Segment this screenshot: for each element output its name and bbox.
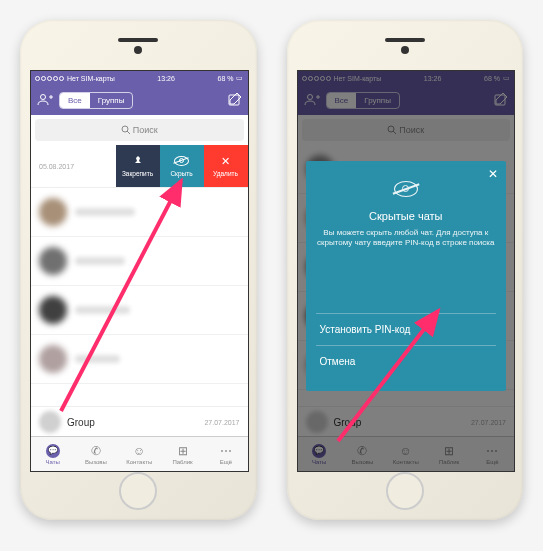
tab-more[interactable]: ⋯Ещё [204,437,247,471]
svg-point-0 [41,95,46,100]
tab-calls[interactable]: ✆Вызовы [74,437,117,471]
home-button[interactable] [119,472,157,510]
compose-icon[interactable] [228,92,242,109]
tab-contacts[interactable]: ☺Контакты [118,437,161,471]
hidden-chats-modal: ✕ Скрытые чаты Вы можете скрыть любой ча… [306,161,507,391]
cancel-button[interactable]: Отмена [316,345,497,377]
contacts-icon: ☺ [133,444,145,458]
add-contact-icon[interactable] [37,92,53,108]
swipe-actions: Закрепить Скрыть ✕ Удалить [116,145,248,187]
delete-icon: ✕ [221,155,230,168]
screen: Нет SIM-карты 13:26 68 % ▭ Все Группы [297,70,516,472]
swipe-pin-label: Закрепить [122,170,153,177]
chat-blurred[interactable] [31,188,248,237]
app-header: Все Группы [31,85,248,115]
chat-blurred[interactable] [31,237,248,286]
more-icon: ⋯ [220,444,232,458]
group-date: 27.07.2017 [204,419,239,426]
chat-blurred[interactable] [31,335,248,384]
header-tabs: Все Группы [59,92,133,109]
swipe-hide-button[interactable]: Скрыть [160,145,204,187]
search-bar[interactable]: Поиск [35,119,244,141]
modal-text: Вы можете скрыть любой чат. Для доступа … [316,228,497,249]
tab-groups[interactable]: Группы [90,93,133,108]
tab-all[interactable]: Все [60,93,90,108]
search-icon [121,125,130,136]
phone-left: Нет SIM-карты 13:26 68 % ▭ Все Группы [20,20,257,520]
group-avatar [39,411,61,433]
group-name: Group [67,417,95,428]
swipe-hide-label: Скрыть [170,170,192,177]
status-time: 13:26 [157,75,175,82]
modal-title: Скрытые чаты [316,210,497,222]
chats-icon: 💬 [46,444,60,458]
pin-icon [133,156,143,168]
swipe-pin-button[interactable]: Закрепить [116,145,160,187]
phone-right: Нет SIM-карты 13:26 68 % ▭ Все Группы [287,20,524,520]
public-icon: ⊞ [178,444,188,458]
tab-chats[interactable]: 💬Чаты [31,437,74,471]
tab-public[interactable]: ⊞Паблик [161,437,204,471]
chat-blurred[interactable] [31,286,248,335]
chat-date: 05.08.2017 [39,163,116,170]
battery-icon: ▭ [236,74,243,82]
chat-row-swiped[interactable]: 05.08.2017 Закрепить Скрыть ✕ Удалить [31,145,248,188]
svg-line-5 [127,131,130,134]
search-placeholder: Поиск [133,125,158,135]
status-bar: Нет SIM-карты 13:26 68 % ▭ [31,71,248,85]
carrier-label: Нет SIM-карты [67,75,115,82]
battery-label: 68 % [218,75,234,82]
bottom-tabs: 💬Чаты ✆Вызовы ☺Контакты ⊞Паблик ⋯Ещё [31,436,248,471]
hidden-chats-icon [316,179,497,202]
screen: Нет SIM-карты 13:26 68 % ▭ Все Группы [30,70,249,472]
home-button[interactable] [386,472,424,510]
swipe-delete-button[interactable]: ✕ Удалить [204,145,248,187]
calls-icon: ✆ [91,444,101,458]
swipe-delete-label: Удалить [213,170,238,177]
set-pin-button[interactable]: Установить PIN-код [316,313,497,345]
hide-icon [174,156,189,168]
chat-group-row[interactable]: Group 27.07.2017 [31,406,248,437]
